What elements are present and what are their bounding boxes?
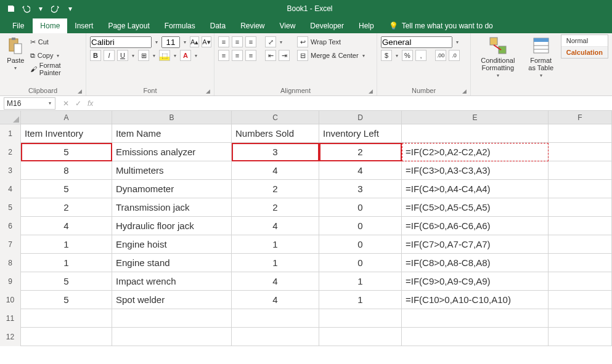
tab-review[interactable]: Review — [233, 18, 272, 33]
row-header[interactable]: 7 — [0, 235, 21, 254]
cell[interactable]: 5 — [21, 143, 112, 161]
row-header[interactable]: 6 — [0, 217, 21, 235]
cell[interactable]: 8 — [21, 161, 112, 180]
cell[interactable]: Impact wrench — [112, 272, 232, 291]
style-normal[interactable]: Normal — [561, 35, 608, 47]
cell[interactable]: 1 — [232, 235, 319, 254]
name-box[interactable]: M16 ▾ — [4, 97, 55, 110]
column-header[interactable]: F — [549, 111, 612, 124]
cell[interactable]: Inventory Left — [319, 124, 402, 143]
save-icon[interactable] — [6, 4, 16, 14]
cell[interactable] — [549, 309, 612, 328]
merge-center-button[interactable]: ⊟Merge & Center▾ — [297, 49, 366, 62]
cell[interactable] — [21, 328, 112, 346]
dialog-launcher-icon[interactable]: ◢ — [206, 88, 210, 94]
cell[interactable]: 4 — [232, 272, 319, 291]
column-header[interactable]: E — [402, 111, 549, 124]
decrease-indent-button[interactable]: ⇤ — [265, 50, 276, 61]
cell[interactable]: 2 — [21, 198, 112, 217]
cell[interactable]: 5 — [21, 291, 112, 309]
cell[interactable] — [549, 254, 612, 272]
fill-color-button[interactable]: ⬚ — [159, 50, 170, 61]
chevron-down-icon[interactable]: ▾ — [131, 53, 136, 59]
cell[interactable] — [319, 309, 402, 328]
percent-format-button[interactable]: % — [402, 50, 413, 61]
cell[interactable]: 2 — [319, 143, 402, 161]
cell[interactable]: Engine hoist — [112, 235, 232, 254]
cell[interactable]: 4 — [319, 161, 402, 180]
chevron-down-icon[interactable]: ▾ — [173, 53, 177, 59]
column-header[interactable]: A — [21, 111, 112, 124]
cell[interactable]: 5 — [21, 180, 112, 198]
bold-button[interactable]: B — [90, 50, 101, 61]
comma-format-button[interactable]: , — [415, 50, 426, 61]
cell[interactable] — [549, 328, 612, 346]
cell[interactable] — [112, 309, 232, 328]
cell[interactable]: Item Name — [112, 124, 232, 143]
cell[interactable] — [549, 161, 612, 180]
style-calculation[interactable]: Calculation — [561, 47, 608, 58]
column-header[interactable]: B — [112, 111, 232, 124]
align-top-button[interactable]: ≡ — [218, 36, 229, 47]
orientation-button[interactable]: ⤢ — [265, 36, 276, 47]
cell[interactable]: =IF(C5>0,A5-C5,A5) — [402, 198, 549, 217]
chevron-down-icon[interactable]: ▾ — [152, 53, 157, 59]
tab-data[interactable]: Data — [203, 18, 233, 33]
cell[interactable]: 2 — [232, 198, 319, 217]
redo-icon[interactable] — [51, 4, 60, 14]
row-header[interactable]: 12 — [0, 328, 21, 346]
cell[interactable]: Engine stand — [112, 254, 232, 272]
align-left-button[interactable]: ≡ — [218, 50, 229, 61]
chevron-down-icon[interactable]: ▾ — [194, 53, 198, 59]
cell[interactable] — [549, 235, 612, 254]
cell[interactable] — [549, 291, 612, 309]
cell[interactable] — [549, 143, 612, 161]
row-header[interactable]: 11 — [0, 309, 21, 328]
cell[interactable]: =IF(C6>0,A6-C6,A6) — [402, 217, 549, 235]
cell[interactable]: 5 — [21, 272, 112, 291]
cell-styles-gallery[interactable]: Normal Calculation — [561, 34, 608, 59]
cell[interactable] — [402, 328, 549, 346]
cell[interactable]: 3 — [232, 143, 319, 161]
chevron-down-icon[interactable]: ▾ — [182, 39, 187, 45]
cell[interactable]: =IF(C9>0,A9-C9,A9) — [402, 272, 549, 291]
cell[interactable] — [549, 124, 612, 143]
tab-help[interactable]: Help — [351, 18, 381, 33]
wrap-text-button[interactable]: ↩Wrap Text — [297, 36, 366, 48]
cell[interactable]: 1 — [319, 272, 402, 291]
cell[interactable]: 3 — [319, 180, 402, 198]
cell[interactable] — [232, 328, 319, 346]
cell[interactable]: 4 — [232, 291, 319, 309]
cell[interactable]: Hydraulic floor jack — [112, 217, 232, 235]
qat-customize-icon[interactable]: ▾ — [65, 4, 75, 14]
paste-button[interactable]: Paste ▾ — [4, 34, 28, 72]
tab-file[interactable]: File — [4, 18, 33, 33]
cell[interactable]: 2 — [232, 180, 319, 198]
enter-icon[interactable]: ✓ — [75, 99, 81, 108]
cell[interactable] — [549, 217, 612, 235]
cell[interactable]: Numbers Sold — [232, 124, 319, 143]
number-format-select[interactable] — [381, 36, 452, 48]
chevron-down-icon[interactable]: ▾ — [455, 39, 460, 45]
undo-dropdown-icon[interactable]: ▾ — [36, 4, 46, 14]
tab-page-layout[interactable]: Page Layout — [100, 18, 157, 33]
cell[interactable]: 1 — [319, 291, 402, 309]
cell[interactable]: Multimeters — [112, 161, 232, 180]
cell[interactable] — [549, 272, 612, 291]
formula-input[interactable] — [98, 97, 612, 110]
align-bottom-button[interactable]: ≡ — [245, 36, 256, 47]
decrease-decimal-button[interactable]: .0 — [449, 50, 460, 61]
cell[interactable]: =IF(C2>0,A2-C2,A2) — [402, 143, 549, 161]
font-color-button[interactable]: A — [180, 50, 191, 61]
cell[interactable]: Emissions analyzer — [112, 143, 232, 161]
cell[interactable]: Item Inventory — [21, 124, 112, 143]
cell[interactable]: 1 — [21, 235, 112, 254]
cell[interactable]: =IF(C3>0,A3-C3,A3) — [402, 161, 549, 180]
italic-button[interactable]: I — [104, 50, 115, 61]
chevron-down-icon[interactable]: ▾ — [47, 100, 52, 106]
cell[interactable] — [549, 198, 612, 217]
dialog-launcher-icon[interactable]: ◢ — [462, 88, 467, 94]
cell[interactable]: 1 — [232, 254, 319, 272]
column-header[interactable]: D — [319, 111, 402, 124]
copy-button[interactable]: ⧉Copy▾ — [30, 49, 82, 62]
